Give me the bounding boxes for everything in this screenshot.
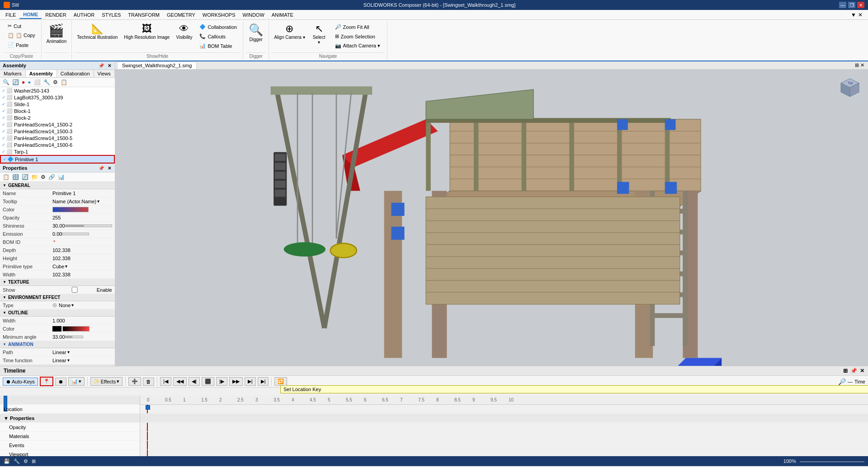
tl-row-properties-header[interactable]: ▼ Properties: [0, 414, 140, 423]
track-opacity[interactable]: [140, 423, 868, 432]
env-section-header[interactable]: ▼ ENVIRONMENT EFFECT: [0, 294, 115, 301]
prop-tool-7[interactable]: 📊: [57, 173, 66, 181]
next-frame-btn[interactable]: ▶|: [258, 377, 269, 386]
track-viewport[interactable]: [140, 450, 868, 456]
asm-tool-8[interactable]: 📋: [60, 79, 68, 86]
menu-home[interactable]: HOME: [19, 11, 42, 19]
close-ribbon-btn[interactable]: ✕: [858, 12, 863, 18]
technical-illustration-btn[interactable]: 📐 Technical Illustration: [75, 22, 120, 50]
menu-geometry[interactable]: GEOMETRY: [163, 11, 199, 19]
prop-tool-1[interactable]: 📋: [2, 173, 10, 181]
assembly-pin-btn[interactable]: 📌: [98, 63, 105, 68]
collaboration-btn[interactable]: 🔷Collaboration: [196, 23, 240, 31]
tree-item-screw5[interactable]: ✓⬜PanHeadScrew14_1500-5: [0, 135, 115, 141]
tree-item-lagbolt[interactable]: ✓⬜LagBolt375_3000-139: [0, 94, 115, 101]
loop-btn[interactable]: 🔁: [274, 377, 287, 386]
tree-item-primitive[interactable]: ✓🔷Primitive 1: [0, 155, 115, 163]
stop-btn[interactable]: ⬛: [202, 377, 214, 386]
tl-del-btn[interactable]: 🗑: [143, 378, 154, 386]
viewport-tab[interactable]: Swingset_Walkthrough2_1.smg: [117, 61, 197, 69]
properties-close-btn[interactable]: ✕: [107, 166, 112, 171]
cut-btn[interactable]: ✂Cut: [5, 22, 38, 30]
properties-pin-btn[interactable]: 📌: [98, 166, 105, 171]
digger-btn[interactable]: 🔍 Digger: [246, 22, 266, 50]
asm-tool-2[interactable]: 🔄: [11, 79, 20, 86]
track-location[interactable]: [140, 405, 868, 414]
help-btn[interactable]: ▼: [851, 12, 856, 18]
prev-frame-btn[interactable]: |◀: [160, 377, 171, 386]
outline-section-header[interactable]: ▼ OUTLINE: [0, 309, 115, 317]
asm-tool-3[interactable]: ●: [21, 79, 26, 86]
attach-camera-btn[interactable]: 📷Attach Camera ▾: [332, 42, 383, 50]
animation-section-header[interactable]: ▼ ANIMATION: [0, 341, 115, 348]
asm-tool-1[interactable]: 🔍: [2, 79, 10, 86]
viewport-close-btn[interactable]: ⊞ ✕: [851, 61, 868, 69]
menu-transform[interactable]: TRANSFORM: [124, 11, 163, 19]
tree-item-block2[interactable]: ✓⬜Block-2: [0, 114, 115, 121]
tl-row-events[interactable]: Events: [0, 441, 140, 450]
bom-table-btn[interactable]: 📊BOM Table: [196, 42, 240, 50]
status-grid-icon[interactable]: ⊞: [32, 458, 36, 464]
visibility-btn[interactable]: 👁 Visibility: [174, 22, 194, 50]
general-section-header[interactable]: ▼ GENERAL: [0, 182, 115, 189]
menu-render[interactable]: RENDER: [42, 11, 70, 19]
track-materials[interactable]: [140, 432, 868, 441]
tree-item-block1[interactable]: ✓⬜Block-1: [0, 107, 115, 114]
kinematic-section-header[interactable]: ▼ KINEMATIC LINK: [0, 364, 115, 366]
select-btn[interactable]: ↖ Select ▾: [309, 22, 329, 50]
track-events[interactable]: [140, 441, 868, 450]
callouts-btn[interactable]: 📞Callouts: [196, 32, 240, 41]
texture-enable-checkbox[interactable]: [52, 287, 97, 293]
timeline-pin-btn[interactable]: 📌: [850, 368, 857, 374]
align-camera-btn[interactable]: ⊕ Align Camera ▾: [272, 22, 307, 50]
record-btn[interactable]: ⏺: [55, 378, 66, 386]
effects-btn[interactable]: ✨Effects▾: [90, 377, 123, 386]
tree-item-tarp[interactable]: ✓⬜Tarp-1: [0, 148, 115, 155]
tab-views[interactable]: Views: [94, 70, 115, 77]
step-fwd-btn[interactable]: |▶: [216, 377, 227, 386]
tl-add-btn[interactable]: ➕: [128, 377, 141, 386]
status-gear-icon[interactable]: ⚙: [24, 458, 28, 464]
step-back-btn[interactable]: ◀|: [189, 377, 200, 386]
tl-row-viewport[interactable]: Viewport: [0, 450, 140, 456]
status-save-icon[interactable]: 💾: [4, 458, 10, 464]
timeline-expand-btn[interactable]: ⊞: [843, 368, 848, 374]
menu-author[interactable]: AUTHOR: [70, 11, 98, 19]
next-key-btn[interactable]: ▶|: [245, 377, 256, 386]
set-location-key-btn[interactable]: 📍: [40, 377, 53, 386]
canvas-area[interactable]: Top: [115, 70, 868, 366]
nav-cube[interactable]: Top: [836, 74, 863, 101]
prop-tool-5[interactable]: ⚙: [40, 173, 47, 181]
tree-item-screw6[interactable]: ✓⬜PanHeadScrew14_1500-6: [0, 141, 115, 148]
tab-collaboration[interactable]: Collaboration: [57, 70, 94, 77]
tree-item-slide[interactable]: ✓⬜Slide-1: [0, 101, 115, 107]
tab-markers[interactable]: Markers: [0, 70, 26, 77]
prop-tool-2[interactable]: 🔢: [11, 173, 20, 181]
timeline-tool-1[interactable]: 📊▾: [68, 377, 85, 386]
paste-btn[interactable]: 📄Paste: [5, 41, 38, 49]
restore-btn[interactable]: ❐: [848, 2, 855, 8]
copy-btn[interactable]: 📋📋 Copy: [5, 31, 38, 40]
high-resolution-image-btn[interactable]: 🖼 High Resolution Image: [122, 22, 172, 50]
texture-section-header[interactable]: ▼ TEXTURE: [0, 279, 115, 286]
tree-item-screw2[interactable]: ✓⬜PanHeadScrew14_1500-2: [0, 121, 115, 128]
close-btn[interactable]: ✕: [857, 2, 864, 8]
tab-assembly[interactable]: Assembly: [26, 70, 57, 77]
timeline-time-zoom-btn[interactable]: 🔎: [838, 378, 846, 385]
menu-window[interactable]: WINDOW: [239, 11, 268, 19]
zoom-fit-all-btn[interactable]: 🔎Zoom Fit All: [332, 23, 383, 31]
zoom-selection-btn[interactable]: ⊞Zoom Selection: [332, 32, 383, 41]
menu-workshops[interactable]: WORKSHOPS: [199, 11, 239, 19]
assembly-close-btn[interactable]: ✕: [107, 63, 112, 68]
asm-tool-6[interactable]: 🔧: [42, 79, 51, 86]
prop-tool-4[interactable]: 📁: [30, 173, 39, 181]
menu-file[interactable]: FILE: [2, 11, 19, 19]
tl-row-opacity[interactable]: Opacity: [0, 423, 140, 432]
prev-key-btn[interactable]: ◀◀: [173, 377, 187, 386]
minimize-btn[interactable]: —: [839, 2, 846, 8]
status-settings-icon[interactable]: 🔧: [14, 458, 20, 464]
auto-keys-btn[interactable]: ⏺Auto-Keys: [3, 378, 38, 386]
play-btn[interactable]: ▶▶: [229, 377, 243, 386]
prop-tool-6[interactable]: 🔗: [47, 173, 56, 181]
menu-animate[interactable]: ANIMATE: [268, 11, 297, 19]
